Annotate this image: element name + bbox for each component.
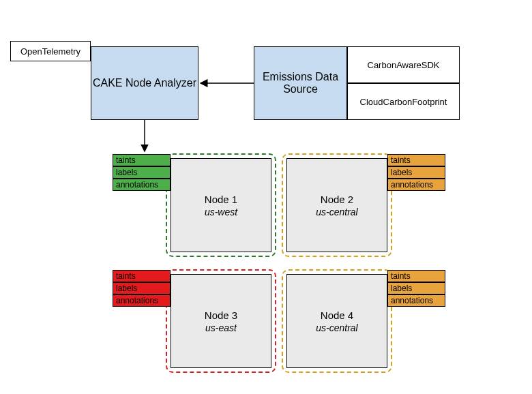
analyzer-label: CAKE Node Analyzer: [93, 77, 196, 89]
emissions-label: Emissions Data Source: [254, 71, 346, 95]
ccf-label: CloudCarbonFootprint: [360, 97, 447, 107]
node-2-taints: taints: [387, 154, 445, 166]
node-4-labels-cell: labels: [387, 282, 445, 294]
node-3-box: Node 3 us-east: [171, 274, 271, 368]
node-4-labels: taints labels annotations: [387, 270, 445, 307]
node-1-title: Node 1: [205, 194, 237, 205]
emissions-box: Emissions Data Source: [254, 46, 347, 120]
node-2-labels: taints labels annotations: [387, 154, 445, 191]
node-4-title: Node 4: [321, 309, 353, 321]
node-2-labels-cell: labels: [387, 166, 445, 179]
node-2-title: Node 2: [321, 194, 353, 205]
node-4-annotations: annotations: [387, 294, 445, 307]
node-4-taints: taints: [387, 270, 445, 282]
node-1-taints: taints: [113, 154, 171, 166]
node-2-region: us-central: [316, 207, 357, 217]
analyzer-box: CAKE Node Analyzer: [91, 46, 198, 120]
node-3-taints: taints: [113, 270, 171, 282]
ccf-box: CloudCarbonFootprint: [347, 83, 460, 120]
sdk-label: CarbonAwareSDK: [368, 60, 440, 70]
node-1-annotations: annotations: [113, 179, 171, 191]
node-3-labels-cell: labels: [113, 282, 171, 294]
sdk-box: CarbonAwareSDK: [347, 46, 460, 83]
node-1-labels-cell: labels: [113, 166, 171, 179]
node-3-labels: taints labels annotations: [113, 270, 171, 307]
node-2-box: Node 2 us-central: [286, 158, 387, 252]
opentelemetry-label: OpenTelemetry: [20, 46, 80, 57]
node-1-region: us-west: [205, 207, 237, 217]
node-2-annotations: annotations: [387, 179, 445, 191]
node-4-region: us-central: [316, 322, 357, 333]
node-1-labels: taints labels annotations: [113, 154, 171, 191]
opentelemetry-box: OpenTelemetry: [10, 41, 91, 61]
node-3-region: us-east: [205, 322, 237, 333]
node-3-annotations: annotations: [113, 294, 171, 307]
node-4-box: Node 4 us-central: [286, 274, 387, 368]
node-3-title: Node 3: [205, 309, 237, 321]
node-1-box: Node 1 us-west: [171, 158, 271, 252]
